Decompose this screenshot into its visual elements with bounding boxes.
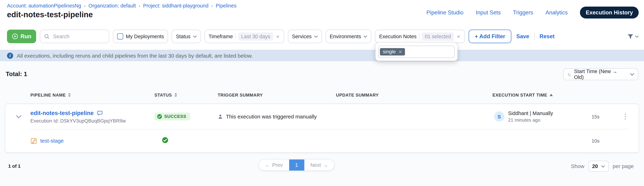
page-size-control: Show 20 per page (571, 161, 634, 172)
execution-duration: 15s (579, 114, 612, 119)
tab-triggers[interactable]: Triggers (513, 10, 533, 16)
breadcrumb-pipelines[interactable]: Pipelines (216, 3, 236, 8)
column-label: PIPELINE NAME (30, 92, 66, 98)
column-execution-start-time[interactable]: EXECUTION START TIME (492, 92, 579, 98)
run-button[interactable]: Run (7, 30, 36, 43)
timeframe-value: Last 30 days (238, 32, 273, 40)
divider (419, 33, 420, 40)
breadcrumb-organization[interactable]: Organization: default (88, 3, 136, 8)
execution-id: Execution Id: DSkYV3upQBuqBGpqYBRIlw (30, 118, 154, 124)
avatar[interactable]: S (494, 111, 504, 122)
funnel-icon (627, 33, 634, 40)
execution-notes-label: Execution Notes (379, 34, 416, 39)
page-size-value: 20 (592, 164, 598, 169)
note-tag-label: single (383, 49, 396, 54)
run-label: Run (20, 33, 32, 40)
column-update-summary: UPDATE SUMMARY (336, 92, 492, 98)
clear-timeframe-icon[interactable]: ✕ (276, 34, 280, 39)
play-icon (12, 33, 18, 40)
table-header: PIPELINE NAME STATUS TRIGGER SUMMARY UPD… (7, 92, 639, 98)
next-page-button[interactable]: Next → (304, 160, 334, 170)
divider (235, 33, 236, 40)
expand-row-button[interactable] (7, 115, 30, 118)
page-title: edit-notes-test-pipeline (7, 10, 93, 20)
execution-notes-value: 01 selected (422, 32, 454, 40)
stage-name-link[interactable]: test-stage (40, 138, 64, 144)
my-deployments-checkbox[interactable] (117, 33, 123, 40)
chevron-down-icon (635, 35, 639, 38)
status-filter-label: Status (176, 34, 190, 39)
execution-notes-filter[interactable]: Execution Notes 01 selected ✕ single ✕ (375, 30, 465, 43)
info-banner-text: All executions, including reruns and chi… (17, 52, 253, 59)
note-tag[interactable]: single ✕ (380, 48, 405, 56)
stage-success-icon (162, 136, 168, 143)
filter-menu-button[interactable] (627, 33, 639, 40)
my-deployments-label: My Deployments (126, 34, 164, 39)
arrow-right-icon: → (323, 162, 328, 168)
reset-filter-link[interactable]: Reset (540, 33, 554, 40)
services-filter[interactable]: Services (288, 30, 322, 43)
column-label: STATUS (154, 92, 172, 98)
row-menu-button[interactable] (624, 112, 627, 122)
execution-notes-popover: single ✕ (376, 43, 458, 61)
arrow-left-icon: ← (265, 162, 270, 168)
column-trigger-summary: TRIGGER SUMMARY (218, 92, 336, 98)
search-box[interactable] (40, 30, 110, 43)
add-filter-button[interactable]: + Add Filter (468, 30, 512, 43)
sort-label: Start Time (New → Old) (574, 68, 627, 80)
tab-execution-history[interactable]: Execution History (580, 6, 639, 18)
environments-filter[interactable]: Environments (326, 30, 372, 43)
my-deployments-filter[interactable]: My Deployments (113, 30, 168, 43)
success-check-icon (157, 114, 162, 119)
toolbar: Run My Deployments Status Timeframe Last… (7, 30, 639, 43)
breadcrumb-project[interactable]: Project: siddhant-playground (143, 3, 208, 8)
sort-arrows-icon (68, 93, 71, 97)
breadcrumb-account[interactable]: Account: automationPipelinesNg (7, 3, 81, 8)
show-label: Show (571, 163, 584, 170)
next-label: Next (310, 162, 321, 168)
chevron-down-icon (364, 35, 367, 38)
chevron-down-icon (193, 35, 197, 38)
stage-edit-icon (30, 138, 37, 144)
tab-pipeline-studio[interactable]: Pipeline Studio (426, 10, 464, 16)
column-pipeline-name[interactable]: PIPELINE NAME (30, 92, 154, 98)
column-label: EXECUTION START TIME (492, 92, 547, 98)
stage-row[interactable]: test-stage 10s (7, 130, 639, 152)
notes-comment-icon[interactable] (97, 110, 102, 116)
start-time-relative: 21 minutes ago (508, 118, 553, 122)
timeframe-label: Timeframe (208, 34, 233, 39)
prev-page-button[interactable]: ← Prev (259, 160, 289, 170)
sort-icon: ↑↓ (567, 72, 571, 77)
environments-filter-label: Environments (330, 34, 361, 39)
execution-history-page: Account: automationPipelinesNg › Organiz… (0, 0, 644, 186)
breadcrumb-separator: › (211, 3, 213, 8)
column-status[interactable]: STATUS (154, 92, 218, 98)
chevron-down-icon (601, 165, 605, 168)
timeframe-filter[interactable]: Timeframe Last 30 days ✕ (204, 30, 284, 43)
sort-dropdown[interactable]: ↑↓ Start Time (New → Old) (563, 68, 638, 80)
chevron-down-icon (630, 73, 634, 76)
notes-tag-input[interactable]: single ✕ (378, 46, 455, 58)
search-input[interactable] (52, 33, 103, 40)
trigger-summary-text: This execution was triggered manually (226, 114, 317, 120)
top-nav: Pipeline Studio Input Sets Triggers Anal… (426, 6, 639, 18)
divider (534, 33, 534, 40)
tab-input-sets[interactable]: Input Sets (476, 10, 501, 16)
chevron-down-icon (314, 35, 318, 38)
status-label: SUCCESS (164, 114, 186, 119)
pipeline-name-link[interactable]: edit-notes-test-pipeline (30, 110, 94, 116)
pagination: ← Prev 1 Next → (259, 160, 334, 170)
status-filter[interactable]: Status (172, 30, 201, 43)
breadcrumb-separator: › (139, 3, 140, 8)
execution-row[interactable]: edit-notes-test-pipeline Execution Id: D… (7, 104, 639, 129)
current-page-button[interactable]: 1 (289, 160, 304, 170)
prev-label: Prev (272, 162, 283, 168)
save-filter-link[interactable]: Save (516, 33, 529, 40)
clear-execution-notes-icon[interactable]: ✕ (456, 34, 461, 39)
triggered-by: Siddhant | Manually (508, 110, 553, 116)
tab-analytics[interactable]: Analytics (546, 10, 568, 16)
page-size-select[interactable]: 20 (588, 161, 608, 172)
remove-tag-icon[interactable]: ✕ (398, 50, 402, 54)
stage-duration: 10s (579, 138, 612, 144)
total-count: Total: 1 (6, 70, 27, 77)
